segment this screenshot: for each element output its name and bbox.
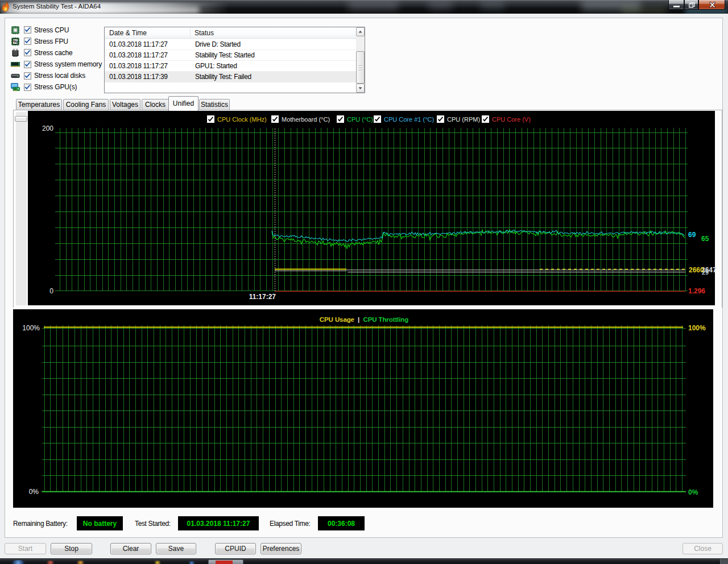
svg-text:%: %	[13, 39, 18, 44]
